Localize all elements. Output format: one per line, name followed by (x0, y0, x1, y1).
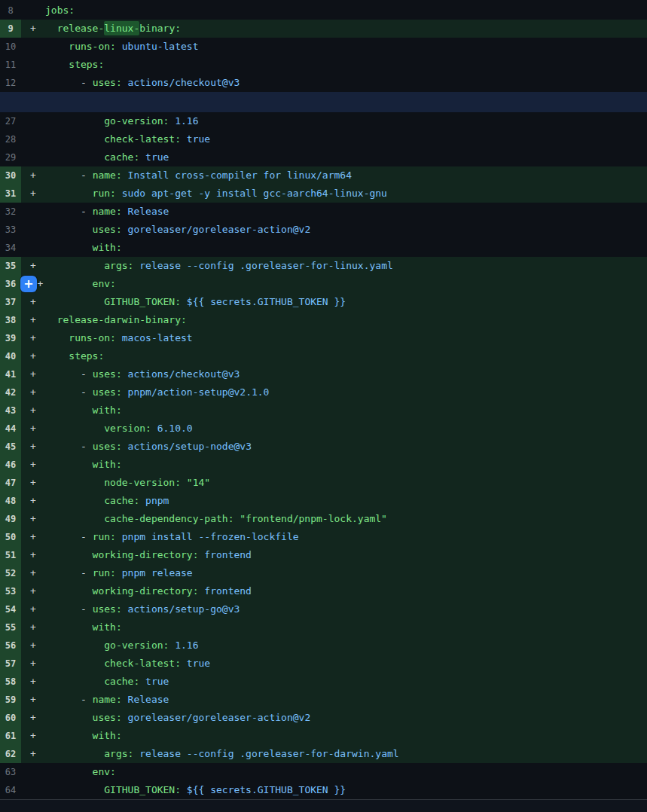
code-token: GITHUB_TOKEN: (45, 296, 181, 307)
line-number[interactable]: 46 (0, 456, 21, 474)
line-number[interactable]: 11 (0, 56, 21, 74)
line-number[interactable]: 63 (0, 763, 21, 781)
diff-added-marker: + (21, 20, 45, 38)
diff-added-marker (21, 203, 45, 221)
diff-row: 49+ cache-dependency-path: "frontend/pnp… (0, 510, 647, 528)
diff-added-marker: + (21, 166, 45, 185)
code-token: "frontend/pnpm-lock.yaml" (233, 513, 387, 524)
line-number[interactable]: 58 (0, 673, 21, 691)
line-number[interactable]: 27 (0, 112, 21, 130)
line-number[interactable]: 42 (0, 383, 21, 401)
code-token: - (45, 386, 93, 398)
expand-hidden-lines-row[interactable] (0, 92, 647, 112)
line-number[interactable]: 41 (0, 365, 21, 383)
diff-row: 64 GITHUB_TOKEN: ${{ secrets.GITHUB_TOKE… (0, 781, 647, 799)
code-token: node-version: (45, 477, 181, 488)
diff-row: 60+ uses: goreleaser/goreleaser-action@v… (0, 709, 647, 727)
code-token: true (181, 658, 210, 669)
code-token: actions/checkout@v3 (122, 368, 240, 380)
diff-row: 44+ version: 6.10.0 (0, 420, 647, 438)
code-token: macos-latest (116, 332, 193, 343)
line-number[interactable]: 45 (0, 438, 21, 456)
diff-row: 61+ with: (0, 727, 647, 745)
line-number[interactable]: 31 (0, 185, 21, 203)
code-token: with: (45, 621, 122, 633)
line-number[interactable]: 49 (0, 510, 21, 528)
line-number[interactable]: 32 (0, 203, 21, 221)
code-token: release-darwin-binary: (45, 314, 187, 325)
code-line: release-linux-binary: (45, 20, 647, 38)
line-number[interactable]: 28 (0, 130, 21, 148)
line-number[interactable]: 36 (0, 275, 21, 293)
code-token: - (45, 169, 93, 181)
code-line: - run: pnpm release (45, 564, 647, 582)
diff-added-marker (21, 130, 45, 148)
code-line: - uses: actions/checkout@v3 (45, 365, 647, 383)
diff-added-marker (21, 74, 45, 92)
diff-row: 56+ go-version: 1.16 (0, 636, 647, 655)
code-line: release-darwin-binary: (45, 311, 647, 329)
line-number[interactable]: 8 (0, 2, 21, 20)
code-line: - uses: actions/setup-go@v3 (45, 600, 647, 618)
code-token: "14" (181, 477, 210, 488)
diff-file-view: 8jobs:9+ release-linux-binary:10 runs-on… (0, 0, 647, 812)
line-number[interactable]: 34 (0, 239, 21, 257)
code-token: uses: (93, 386, 122, 398)
code-line: with: (45, 239, 647, 257)
diff-row: 54+ - uses: actions/setup-go@v3 (0, 600, 647, 618)
code-token: 1.16 (169, 640, 198, 651)
code-token: - (45, 567, 93, 578)
line-number[interactable]: 59 (0, 691, 21, 709)
code-token: pnpm release (116, 567, 193, 578)
code-token: binary: (139, 23, 181, 34)
code-token: go-version: (45, 640, 169, 651)
line-number[interactable]: 37 (0, 293, 21, 311)
line-number[interactable]: 38 (0, 311, 21, 329)
diff-added-marker: + (21, 456, 45, 474)
diff-added-marker: + (21, 365, 45, 383)
code-token: release --config .goreleaser-for-darwin.… (133, 748, 398, 759)
line-number[interactable]: 29 (0, 148, 21, 166)
line-number[interactable]: 9 (0, 20, 21, 38)
line-number[interactable]: 62 (0, 745, 21, 763)
code-token: uses: (93, 77, 122, 88)
line-number[interactable]: 53 (0, 582, 21, 600)
line-number[interactable]: 39 (0, 329, 21, 347)
code-token: run: (93, 531, 116, 542)
line-number[interactable]: 50 (0, 528, 21, 546)
line-number[interactable]: 30 (0, 166, 21, 185)
code-line: - name: Release (45, 203, 647, 221)
line-number[interactable]: 64 (0, 781, 21, 799)
line-number[interactable]: 57 (0, 655, 21, 673)
diff-row: 47+ node-version: "14" (0, 474, 647, 492)
add-comment-button[interactable]: + (20, 276, 37, 292)
line-number[interactable]: 35 (0, 257, 21, 275)
diff-row: 58+ cache: true (0, 673, 647, 691)
line-number[interactable]: 33 (0, 221, 21, 239)
line-number[interactable]: 40 (0, 347, 21, 365)
code-token: ${{ secrets.GITHUB_TOKEN }} (181, 784, 346, 795)
diff-row: 27 go-version: 1.16 (0, 112, 647, 130)
diff-row: 42+ - uses: pnpm/action-setup@v2.1.0 (0, 383, 647, 401)
line-number[interactable]: 55 (0, 618, 21, 636)
line-number[interactable]: 10 (0, 38, 21, 56)
line-number[interactable]: 52 (0, 564, 21, 582)
diff-added-marker: + (21, 600, 45, 618)
line-number[interactable]: 51 (0, 546, 21, 564)
line-number[interactable]: 60 (0, 709, 21, 727)
code-token: cache-dependency-path: (45, 513, 233, 524)
diff-added-marker: + (21, 438, 45, 456)
line-number[interactable]: 12 (0, 74, 21, 92)
line-number[interactable]: 56 (0, 636, 21, 655)
line-number[interactable]: 43 (0, 401, 21, 420)
diff-row: 40+ steps: (0, 347, 647, 365)
line-number[interactable]: 48 (0, 492, 21, 510)
diff-row: +36+ env: (0, 275, 647, 293)
line-number[interactable]: 61 (0, 727, 21, 745)
line-number[interactable]: 47 (0, 474, 21, 492)
diff-row: 53+ working-directory: frontend (0, 582, 647, 600)
line-number[interactable]: 54 (0, 600, 21, 618)
diff-added-marker: + (21, 293, 45, 311)
diff-added-marker: + (21, 745, 45, 763)
line-number[interactable]: 44 (0, 420, 21, 438)
